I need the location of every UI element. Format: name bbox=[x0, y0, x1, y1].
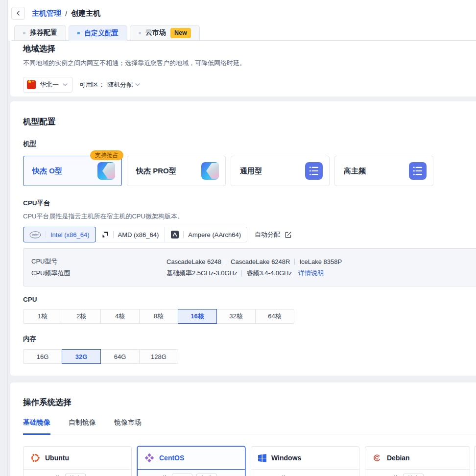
back-button[interactable] bbox=[11, 7, 25, 20]
os-tab-image-market[interactable]: 镜像市场 bbox=[114, 418, 142, 435]
memory-option-16g[interactable]: 16G bbox=[23, 349, 62, 364]
breadcrumb: 主机管理 / 创建主机 bbox=[11, 7, 476, 20]
availability-zone-select[interactable]: 可用区： 随机分配 bbox=[79, 80, 140, 89]
os-tab-label: 基础镜像 bbox=[23, 418, 50, 426]
machine-type-label: 高主频 bbox=[344, 167, 366, 176]
server-icon bbox=[305, 162, 323, 180]
os-card-debian[interactable]: Debian 12.7 64位 快杰 bbox=[365, 446, 470, 476]
cpu-option-32core[interactable]: 32核 bbox=[216, 309, 256, 324]
cpu-option-16core[interactable]: 16核 bbox=[178, 309, 217, 324]
preempt-badge: 支持抢占 bbox=[90, 150, 123, 160]
os-tab-base-image[interactable]: 基础镜像 bbox=[23, 418, 50, 435]
os-version: 7.6 64位 bbox=[144, 474, 168, 476]
cpu-option-64core[interactable]: 64核 bbox=[255, 309, 294, 324]
region-select[interactable]: ★★ 华北一 bbox=[23, 77, 72, 93]
region-section-desc: 不同地域的实例之间内网互不相通；选择靠近您客户的地域，可降低网络时延。 bbox=[23, 59, 476, 68]
memory-option-64g[interactable]: 64G bbox=[100, 349, 140, 364]
region-section: 地域选择 不同地域的实例之间内网互不相通；选择靠近您客户的地域，可降低网络时延。… bbox=[10, 41, 476, 96]
breadcrumb-separator: / bbox=[65, 9, 67, 18]
machine-type-label: 机型 bbox=[23, 140, 476, 148]
machine-type-label: 通用型 bbox=[240, 167, 262, 176]
tab-recommended-config[interactable]: 推荐配置 bbox=[14, 25, 66, 40]
divider bbox=[46, 231, 46, 238]
cpu-cores-label: CPU bbox=[23, 296, 476, 303]
cpu-frequency-label: CPU频率范围 bbox=[31, 269, 167, 278]
cpu-platform-options: intel Intel (x86_64) bbox=[23, 227, 247, 242]
windows-icon bbox=[258, 454, 266, 462]
cpu-model-value: IceLake 8358P bbox=[299, 258, 342, 265]
tab-dot-icon bbox=[23, 32, 25, 34]
os-version-select[interactable]: 2022 64位 bbox=[251, 469, 359, 476]
cpu-platform-ampere[interactable]: Ampere (AArch64) bbox=[165, 227, 247, 242]
os-card-ubuntu[interactable]: Ubuntu 24.04 64位 快杰 bbox=[23, 446, 132, 476]
chevron-down-icon bbox=[63, 83, 68, 86]
cpu-platform-label: Intel (x86_64) bbox=[50, 231, 90, 238]
cpu-option-8core[interactable]: 8核 bbox=[139, 309, 178, 324]
option-label: 1核 bbox=[38, 312, 48, 321]
cpu-platform-label: Ampere (AArch64) bbox=[188, 231, 241, 238]
cpu-option-4core[interactable]: 4核 bbox=[100, 309, 140, 324]
tab-custom-config[interactable]: 自定义配置 bbox=[69, 25, 127, 41]
breadcrumb-parent[interactable]: 主机管理 bbox=[32, 9, 61, 18]
divider bbox=[183, 231, 184, 238]
cpu-model-label: CPU型号 bbox=[31, 257, 167, 266]
tab-dot-icon bbox=[139, 32, 141, 34]
auto-assign-label: 自动分配 bbox=[255, 230, 280, 239]
tab-cloud-market[interactable]: 云市场 New bbox=[130, 25, 200, 40]
os-card-windows[interactable]: Windows 2022 64位 bbox=[251, 446, 359, 476]
cpu-option-2core[interactable]: 2核 bbox=[62, 309, 101, 324]
chevron-left-icon bbox=[16, 11, 20, 16]
cpu-platform-intel[interactable]: intel Intel (x86_64) bbox=[23, 227, 96, 242]
memory-option-32g[interactable]: 32G bbox=[62, 349, 101, 364]
option-label: 32G bbox=[75, 353, 88, 360]
os-version-select[interactable]: 12.7 64位 快杰 bbox=[365, 469, 470, 476]
option-label: 128G bbox=[151, 353, 167, 360]
machine-type-kuaijie-pro[interactable]: 快杰 PRO型 bbox=[127, 156, 226, 186]
os-tab-custom-image[interactable]: 自制镜像 bbox=[69, 418, 96, 435]
machine-type-kuaijie-o[interactable]: 支持抢占 快杰 O型 bbox=[23, 156, 122, 186]
os-tag: 标准 bbox=[196, 474, 217, 476]
os-card-centos[interactable]: CentOS 7.6 64位 EOL 标准 bbox=[137, 446, 245, 476]
machine-type-options: 支持抢占 快杰 O型 bbox=[23, 156, 476, 186]
cpu-model-value: CascadeLake 6248R bbox=[231, 258, 290, 265]
memory-option-128g[interactable]: 128G bbox=[139, 349, 178, 364]
os-version-select[interactable]: 7.6 64位 EOL 标准 bbox=[138, 469, 245, 476]
page-title: 创建主机 bbox=[71, 9, 100, 18]
chevron-down-icon bbox=[135, 83, 140, 86]
os-version-select[interactable]: 24.04 64位 快杰 bbox=[24, 469, 131, 476]
cpu-option-1core[interactable]: 1核 bbox=[23, 309, 62, 324]
divider bbox=[294, 259, 295, 265]
os-tag: EOL bbox=[172, 474, 192, 476]
cpu-platform-amd[interactable]: AMD (x86_64) bbox=[95, 227, 166, 242]
cpu-info-box: CPU型号 CascadeLake 6248 CascadeLake 6248R… bbox=[23, 248, 476, 286]
os-name: CentOS bbox=[159, 454, 184, 462]
machine-type-high-frequency[interactable]: 高主频 bbox=[334, 156, 433, 186]
cpu-platform-label: AMD (x86_64) bbox=[118, 231, 159, 238]
os-section-title: 操作系统选择 bbox=[23, 397, 476, 408]
option-label: 8核 bbox=[154, 312, 164, 321]
option-label: 16核 bbox=[190, 312, 204, 321]
cpu-platform-desc: CPU平台属性是指云主机所在宿主机的CPU微架构版本。 bbox=[23, 212, 476, 221]
topbar: 主机管理 / 创建主机 推荐配置 自定义配置 云市场 New bbox=[8, 0, 476, 41]
kuaijie-icon bbox=[97, 162, 115, 180]
centos-icon bbox=[144, 453, 154, 463]
machine-type-label: 快杰 PRO型 bbox=[136, 167, 176, 176]
detail-link[interactable]: 详情说明 bbox=[298, 269, 324, 278]
tab-label: 推荐配置 bbox=[30, 28, 57, 37]
machine-config-section: 机型配置 机型 支持抢占 快杰 O型 bbox=[10, 101, 476, 376]
cpu-frequency-value: 基础频率2.5GHz-3.0GHz bbox=[167, 269, 237, 278]
divider bbox=[241, 270, 242, 277]
option-label: 4核 bbox=[115, 312, 125, 321]
option-label: 16G bbox=[37, 353, 49, 360]
memory-label: 内存 bbox=[23, 334, 476, 343]
machine-type-general[interactable]: 通用型 bbox=[231, 156, 330, 186]
auto-assign-button[interactable]: 自动分配 bbox=[255, 230, 292, 239]
kuaijie-icon bbox=[201, 162, 219, 180]
ubuntu-icon bbox=[30, 453, 40, 463]
os-card-partial[interactable] bbox=[474, 446, 476, 476]
tab-dot-icon bbox=[77, 32, 80, 34]
cpu-frequency-value: 睿频3.4-4.0GHz bbox=[246, 269, 291, 278]
divider bbox=[113, 231, 114, 238]
os-tag: 快杰 bbox=[65, 474, 86, 476]
os-version: 12.7 64位 bbox=[372, 474, 399, 476]
